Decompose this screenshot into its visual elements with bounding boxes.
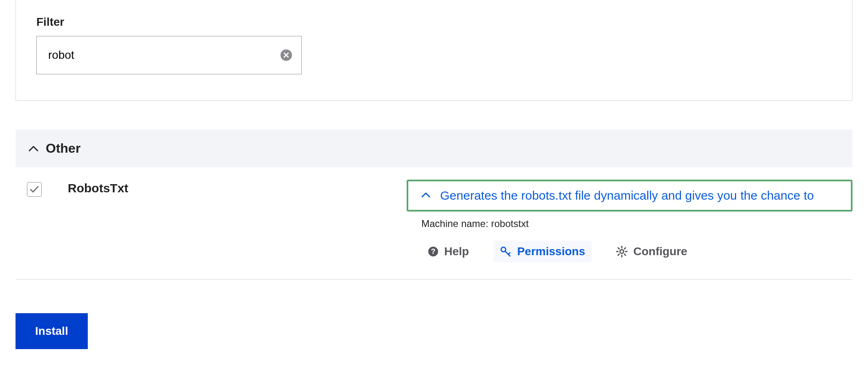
section-header-other[interactable]: Other	[16, 129, 852, 167]
filter-input[interactable]	[36, 36, 302, 74]
help-link[interactable]: ? Help	[421, 241, 476, 262]
configure-link[interactable]: Configure	[610, 241, 694, 262]
permissions-link[interactable]: Permissions	[494, 241, 592, 262]
svg-line-8	[618, 248, 619, 249]
module-actions: ? Help Permissions Configure	[407, 241, 852, 262]
svg-text:?: ?	[431, 247, 436, 256]
chevron-up-icon	[421, 192, 430, 199]
module-checkbox[interactable]	[27, 182, 42, 197]
machine-name-label: Machine name:	[421, 218, 491, 229]
module-details: Generates the robots.txt file dynamicall…	[407, 180, 852, 262]
svg-point-3	[620, 250, 624, 254]
install-button[interactable]: Install	[16, 313, 88, 349]
svg-line-9	[625, 254, 626, 255]
svg-line-11	[618, 254, 619, 255]
help-label: Help	[444, 245, 469, 258]
module-row: RobotsTxt Generates the robots.txt file …	[16, 167, 852, 280]
filter-field	[36, 36, 302, 74]
clear-icon[interactable]	[280, 49, 292, 61]
module-description-toggle[interactable]: Generates the robots.txt file dynamicall…	[407, 180, 852, 212]
filter-panel: Filter	[16, 0, 852, 101]
machine-name-value: robotstxt	[491, 218, 529, 229]
filter-label: Filter	[36, 16, 832, 29]
module-description: Generates the robots.txt file dynamicall…	[440, 189, 814, 203]
configure-label: Configure	[633, 245, 687, 258]
section-title: Other	[46, 141, 80, 156]
gear-icon	[616, 246, 628, 257]
permissions-label: Permissions	[517, 245, 585, 258]
key-icon	[500, 246, 512, 257]
chevron-up-icon	[29, 146, 38, 151]
help-icon: ?	[428, 246, 438, 257]
module-name: RobotsTxt	[68, 180, 407, 262]
machine-name-row: Machine name: robotstxt	[407, 218, 852, 229]
svg-line-10	[625, 248, 626, 249]
checkbox-cell	[27, 180, 68, 262]
